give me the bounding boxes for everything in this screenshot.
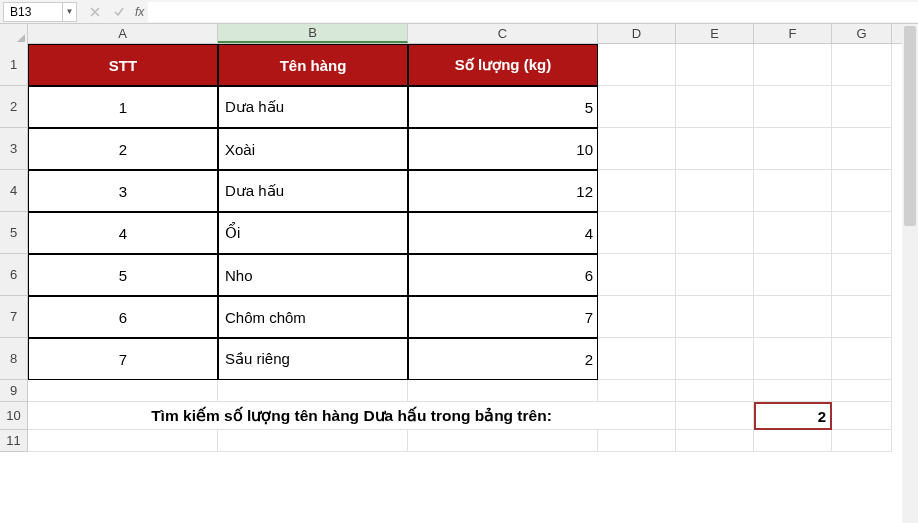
cell-G9[interactable]: [832, 380, 892, 402]
cell-E9[interactable]: [676, 380, 754, 402]
cell-D3[interactable]: [598, 128, 676, 170]
cell-D2[interactable]: [598, 86, 676, 128]
table-cell-tenhang[interactable]: Nho: [218, 254, 408, 296]
table-cell-stt[interactable]: 2: [28, 128, 218, 170]
cell-E4[interactable]: [676, 170, 754, 212]
cell-G7[interactable]: [832, 296, 892, 338]
row-header-9[interactable]: 9: [0, 380, 28, 402]
cell-F4[interactable]: [754, 170, 832, 212]
row-header-10[interactable]: 10: [0, 402, 28, 430]
table-cell-stt[interactable]: 3: [28, 170, 218, 212]
cells-area[interactable]: STTTên hàngSố lượng (kg)1Dưa hấu52Xoài10…: [28, 44, 892, 452]
name-box-dropdown[interactable]: ▼: [63, 2, 77, 22]
table-cell-soluong[interactable]: 5: [408, 86, 598, 128]
row-header-6[interactable]: 6: [0, 254, 28, 296]
cell-E7[interactable]: [676, 296, 754, 338]
cell-F2[interactable]: [754, 86, 832, 128]
select-all-corner[interactable]: [0, 24, 28, 44]
row-header-8[interactable]: 8: [0, 338, 28, 380]
cell-F5[interactable]: [754, 212, 832, 254]
cell-B9[interactable]: [218, 380, 408, 402]
cell-F3[interactable]: [754, 128, 832, 170]
table-cell-tenhang[interactable]: Dưa hấu: [218, 86, 408, 128]
row-header-3[interactable]: 3: [0, 128, 28, 170]
cell-F8[interactable]: [754, 338, 832, 380]
table-cell-soluong[interactable]: 4: [408, 212, 598, 254]
cell-G8[interactable]: [832, 338, 892, 380]
cell-E1[interactable]: [676, 44, 754, 86]
cell-B11[interactable]: [218, 430, 408, 452]
table-cell-stt[interactable]: 6: [28, 296, 218, 338]
cell-E11[interactable]: [676, 430, 754, 452]
row-header-2[interactable]: 2: [0, 86, 28, 128]
table-cell-tenhang[interactable]: Chôm chôm: [218, 296, 408, 338]
cell-D11[interactable]: [598, 430, 676, 452]
cell-F7[interactable]: [754, 296, 832, 338]
cell-G1[interactable]: [832, 44, 892, 86]
table-cell-stt[interactable]: 1: [28, 86, 218, 128]
cell-A11[interactable]: [28, 430, 218, 452]
cell-F9[interactable]: [754, 380, 832, 402]
col-header-G[interactable]: G: [832, 24, 892, 43]
cell-F6[interactable]: [754, 254, 832, 296]
scrollbar-thumb[interactable]: [904, 26, 916, 226]
grid-body: 1234567891011 STTTên hàngSố lượng (kg)1D…: [0, 44, 918, 452]
col-header-A[interactable]: A: [28, 24, 218, 43]
enter-icon: [107, 2, 131, 22]
cell-G2[interactable]: [832, 86, 892, 128]
table-cell-soluong[interactable]: 12: [408, 170, 598, 212]
table-cell-soluong[interactable]: 2: [408, 338, 598, 380]
col-header-F[interactable]: F: [754, 24, 832, 43]
cancel-icon: [83, 2, 107, 22]
cell-C9[interactable]: [408, 380, 598, 402]
table-cell-stt[interactable]: 5: [28, 254, 218, 296]
cell-E6[interactable]: [676, 254, 754, 296]
vertical-scrollbar[interactable]: [902, 24, 918, 523]
table-cell-tenhang[interactable]: Dưa hấu: [218, 170, 408, 212]
cell-E2[interactable]: [676, 86, 754, 128]
table-cell-soluong[interactable]: 7: [408, 296, 598, 338]
cell-C11[interactable]: [408, 430, 598, 452]
cell-A9[interactable]: [28, 380, 218, 402]
table-header-tenhang: Tên hàng: [218, 44, 408, 86]
cell-E10[interactable]: [676, 402, 754, 430]
cell-G10[interactable]: [832, 402, 892, 430]
cell-D1[interactable]: [598, 44, 676, 86]
cell-D4[interactable]: [598, 170, 676, 212]
cell-E5[interactable]: [676, 212, 754, 254]
cell-E8[interactable]: [676, 338, 754, 380]
row-header-1[interactable]: 1: [0, 44, 28, 86]
lookup-result-cell[interactable]: 2: [754, 402, 832, 430]
cell-G11[interactable]: [832, 430, 892, 452]
table-cell-tenhang[interactable]: Sầu riêng: [218, 338, 408, 380]
col-header-E[interactable]: E: [676, 24, 754, 43]
table-cell-tenhang[interactable]: Xoài: [218, 128, 408, 170]
table-cell-soluong[interactable]: 10: [408, 128, 598, 170]
cell-D9[interactable]: [598, 380, 676, 402]
cell-D6[interactable]: [598, 254, 676, 296]
name-box[interactable]: B13: [3, 2, 63, 22]
fx-icon[interactable]: fx: [131, 5, 148, 19]
cell-D5[interactable]: [598, 212, 676, 254]
row-header-5[interactable]: 5: [0, 212, 28, 254]
row-header-7[interactable]: 7: [0, 296, 28, 338]
cell-F1[interactable]: [754, 44, 832, 86]
cell-G5[interactable]: [832, 212, 892, 254]
row-header-4[interactable]: 4: [0, 170, 28, 212]
table-cell-soluong[interactable]: 6: [408, 254, 598, 296]
cell-E3[interactable]: [676, 128, 754, 170]
table-cell-stt[interactable]: 4: [28, 212, 218, 254]
cell-G6[interactable]: [832, 254, 892, 296]
table-cell-tenhang[interactable]: Ổi: [218, 212, 408, 254]
row-header-11[interactable]: 11: [0, 430, 28, 452]
cell-G4[interactable]: [832, 170, 892, 212]
cell-D7[interactable]: [598, 296, 676, 338]
cell-G3[interactable]: [832, 128, 892, 170]
table-cell-stt[interactable]: 7: [28, 338, 218, 380]
cell-F11[interactable]: [754, 430, 832, 452]
formula-input[interactable]: [148, 2, 918, 22]
cell-D8[interactable]: [598, 338, 676, 380]
col-header-C[interactable]: C: [408, 24, 598, 43]
col-header-D[interactable]: D: [598, 24, 676, 43]
col-header-B[interactable]: B: [218, 24, 408, 43]
